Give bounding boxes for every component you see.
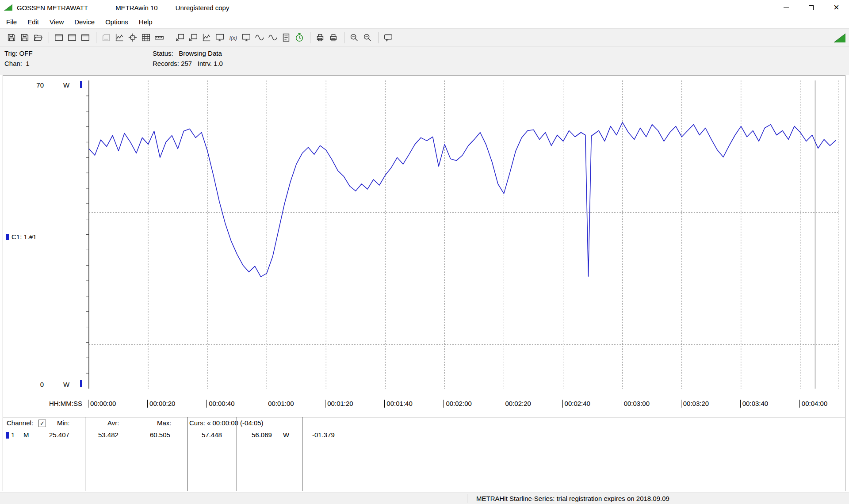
toolbar-separator [378, 32, 379, 43]
zoom-cursor-button[interactable] [361, 31, 374, 44]
scale-ruler-button[interactable] [153, 31, 165, 44]
series-line-C1: 1.#1 [89, 122, 836, 277]
maximize-button[interactable] [799, 0, 824, 15]
product-name: METRAwin 10 [115, 4, 158, 11]
table-column-divider [187, 417, 187, 491]
printer-icon [315, 33, 325, 42]
chart-xy-button[interactable] [113, 31, 126, 44]
status-bar-divider [467, 494, 467, 503]
window-tile-button[interactable] [79, 31, 92, 44]
timer-icon [294, 33, 304, 42]
monitor-live-button[interactable] [214, 31, 226, 44]
disk-icon [20, 33, 30, 42]
x-tick-label: 00:02:40 [562, 400, 590, 408]
interval-timer-button[interactable] [293, 31, 306, 44]
y-axis-min-label: 0 [29, 381, 44, 388]
minimize-button[interactable] [773, 0, 799, 15]
trigger-status: Trig: OFF [4, 50, 33, 57]
row-cursor1-value: 57.448 [202, 431, 222, 439]
x-tick-label: 00:02:20 [503, 400, 531, 408]
status-bar: METRAHit Starline-Series: trial registra… [0, 493, 849, 504]
channel-legend-label: C1: 1.#1 [11, 233, 37, 241]
menu-help[interactable]: Help [134, 16, 158, 27]
y-axis-max-label: 70 [29, 81, 44, 89]
bubble-icon [383, 33, 393, 42]
chart-settings-button[interactable] [200, 31, 213, 44]
channel-visible-checkbox[interactable]: ✓ [38, 420, 46, 427]
x-tick-label: 00:02:00 [444, 400, 471, 408]
import-window-button[interactable] [187, 31, 199, 44]
channel-legend: C1: 1.#1 [6, 233, 37, 241]
chart-panel: 70 W 0 W C1: 1.#1 HH:MM:SS 00:00:0000:00… [3, 75, 845, 491]
monitor-icon [215, 33, 225, 42]
x-tick-label: 00:03:40 [740, 400, 768, 408]
open-file-button[interactable] [32, 31, 44, 44]
window-cascade-button[interactable] [66, 31, 78, 44]
maximize-icon [809, 5, 814, 10]
monitor-icon [241, 33, 251, 42]
data-table-button[interactable] [140, 31, 152, 44]
signal-low-button[interactable] [253, 31, 266, 44]
table-column-divider [237, 417, 237, 491]
table-icon [141, 33, 151, 42]
metrawin-corner-logo-icon [833, 33, 846, 45]
zoom-icon [363, 33, 372, 42]
table-top-border [3, 417, 845, 417]
fx-icon [228, 33, 238, 42]
toolbar [0, 28, 849, 46]
monitor-wave-button[interactable] [240, 31, 252, 44]
chartxy-icon [115, 33, 124, 42]
signal-high-button[interactable] [267, 31, 279, 44]
row-max-value: 60.505 [150, 431, 170, 439]
annotation-bubble-button[interactable] [382, 31, 394, 44]
col-header-channel: Channel: [7, 419, 33, 427]
x-tick-label: 00:00:40 [207, 400, 234, 408]
disk-icon [7, 33, 16, 42]
toolbar-separator [344, 32, 344, 43]
channel-status: Chan: 1 [4, 60, 30, 67]
menu-edit[interactable]: Edit [22, 16, 44, 27]
memory-card-button[interactable] [100, 31, 112, 44]
winarrow-icon [188, 33, 198, 42]
toolbar-separator [96, 32, 96, 43]
window-new-button[interactable] [53, 31, 65, 44]
save-data-button[interactable] [5, 31, 18, 44]
menu-options[interactable]: Options [100, 16, 134, 27]
menu-file[interactable]: File [1, 16, 22, 27]
trend-chart-plot[interactable] [85, 80, 839, 389]
print-setup-button[interactable] [327, 31, 340, 44]
export-window-button[interactable] [174, 31, 186, 44]
menu-device[interactable]: Device [69, 16, 100, 27]
page-icon [281, 33, 291, 42]
crosshair-cursor-button[interactable] [126, 31, 139, 44]
menu-view[interactable]: View [44, 16, 69, 27]
license-text: Unregistered copy [176, 4, 229, 11]
close-button[interactable]: × [824, 0, 849, 15]
browse-status: Status: Browsing Data [153, 50, 222, 57]
toolbar-separator [310, 32, 310, 43]
col-header-min: Min: [57, 419, 69, 427]
col-header-max: Max: [157, 419, 172, 427]
x-axis-title: HH:MM:SS [49, 400, 82, 407]
row-unit: W [283, 431, 289, 439]
row-mode: M [23, 431, 29, 439]
save-setup-button[interactable] [19, 31, 31, 44]
y-axis-unit-bottom: W [63, 381, 69, 388]
table-column-divider [85, 417, 85, 491]
close-icon: × [834, 3, 839, 12]
window-icon [67, 33, 77, 42]
print-button[interactable] [314, 31, 326, 44]
menu-bar: File Edit View Device Options Help [0, 15, 849, 28]
winarrow-icon [175, 33, 185, 42]
x-tick-label: 00:03:20 [681, 400, 709, 408]
registration-message: METRAHit Starline-Series: trial registra… [476, 493, 669, 504]
wave-icon [255, 33, 264, 42]
zoom-all-button[interactable] [348, 31, 360, 44]
status-info-panel: Trig: OFF Chan: 1 Status: Browsing Data … [0, 46, 849, 75]
window-icon [80, 33, 90, 42]
folder-icon [33, 33, 43, 42]
x-tick-label: 00:00:00 [88, 400, 116, 408]
function-fx-button[interactable] [227, 31, 239, 44]
channel-color-marker-bottom [80, 380, 82, 387]
page-stats-button[interactable] [280, 31, 292, 44]
